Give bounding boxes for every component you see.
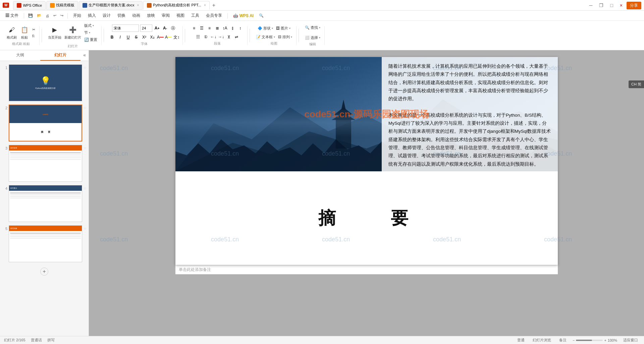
- maximize-button[interactable]: □: [607, 3, 615, 8]
- notes-view-button[interactable]: 备注: [557, 337, 569, 343]
- slide-thumb-3[interactable]: 3 研究背景 ☆: [1, 144, 87, 182]
- section-button[interactable]: 节 ▾: [83, 30, 99, 36]
- strikethrough-button[interactable]: S: [133, 34, 140, 41]
- slides-tab[interactable]: 幻灯片: [40, 50, 80, 61]
- quick-print[interactable]: 🖨: [44, 13, 51, 18]
- menu-wps-ai[interactable]: 🤖 WPS AI: [230, 12, 256, 19]
- picture-button[interactable]: 🖼 图片 ▾: [275, 25, 292, 32]
- font-color-button[interactable]: A: [157, 34, 164, 41]
- italic-button[interactable]: I: [117, 34, 123, 41]
- columns-button[interactable]: ⫿: [229, 25, 236, 32]
- bold-button[interactable]: B: [109, 34, 115, 41]
- copy-button[interactable]: ⎘: [31, 33, 37, 39]
- close-button[interactable]: ×: [617, 3, 625, 8]
- search-btn[interactable]: 🔍: [258, 13, 265, 18]
- quick-undo[interactable]: ↩: [52, 13, 58, 18]
- quick-redo[interactable]: ↪: [59, 13, 65, 18]
- find-button[interactable]: 🔍 查找 ▾: [304, 24, 322, 31]
- slide-star-4[interactable]: ☆: [84, 185, 87, 190]
- menu-slideshow[interactable]: 放映: [144, 12, 158, 19]
- cut-button[interactable]: ✂: [31, 27, 37, 33]
- slide-thumb-img-2[interactable]: code51 摘 要: [9, 105, 82, 141]
- reset-button[interactable]: 🔄 重置: [83, 37, 99, 43]
- notes-bar[interactable]: 单击此处添加备注: [175, 265, 558, 274]
- slide-thumb-img-3[interactable]: 研究背景: [9, 145, 82, 182]
- spell-check[interactable]: 拼写: [47, 338, 55, 343]
- text-direction-button[interactable]: ↕A: [222, 25, 228, 32]
- panel-collapse-button[interactable]: «: [80, 50, 89, 61]
- menu-insert[interactable]: 插入: [85, 12, 99, 19]
- text-align-v-button[interactable]: ⊻: [225, 34, 232, 40]
- menu-review[interactable]: 审阅: [159, 12, 172, 19]
- slide-thumb-4[interactable]: 4 研究重文 ☆: [1, 184, 87, 223]
- slide-thumb-img-5[interactable]: 研究对象: [9, 225, 82, 262]
- zoom-in-button[interactable]: +: [604, 338, 606, 342]
- zoom-out-button[interactable]: −: [573, 338, 575, 342]
- menu-view[interactable]: 视图: [174, 12, 187, 19]
- number-list-button[interactable]: ①: [202, 34, 209, 40]
- slide-thumb-5[interactable]: 5 研究对象 ☆: [1, 225, 87, 263]
- arrange-button[interactable]: ⚄ 排列 ▾: [277, 34, 293, 40]
- underline-button[interactable]: U: [125, 34, 131, 41]
- align-right-button[interactable]: ≡: [206, 25, 213, 32]
- minimize-button[interactable]: ─: [586, 3, 595, 8]
- input-method-button[interactable]: CH 简: [629, 80, 644, 88]
- quick-save[interactable]: 💾: [27, 13, 34, 18]
- font-family-input[interactable]: [112, 24, 139, 32]
- menu-transition[interactable]: 切换: [115, 12, 128, 19]
- align-center-button[interactable]: ☰: [199, 25, 205, 32]
- add-tab-button[interactable]: +: [210, 2, 217, 8]
- quick-open[interactable]: 📂: [36, 13, 43, 18]
- tab-docx[interactable]: 生产印模图片替换方案.docx ×: [79, 1, 143, 10]
- line-spacing-button[interactable]: ↕: [237, 25, 244, 32]
- shapes-button[interactable]: 🔷 形状 ▾: [256, 25, 274, 32]
- indent-decrease-button[interactable]: ←↓: [210, 34, 217, 40]
- font-size-input[interactable]: [140, 24, 152, 32]
- layout-button[interactable]: 版式 ▾: [83, 22, 99, 29]
- paste-button[interactable]: 📋 粘贴: [18, 24, 31, 41]
- tab-ppt[interactable]: Python的高校成绩分析 PPT... ×: [143, 1, 210, 10]
- zoom-slider[interactable]: [576, 340, 603, 341]
- menu-start[interactable]: 开始: [70, 12, 84, 19]
- align-left-button[interactable]: ≡: [191, 25, 198, 32]
- slide-star-2[interactable]: ☆: [84, 105, 87, 110]
- slide-thumb-2[interactable]: 2 code51 摘 要 ☆: [1, 104, 87, 142]
- menu-animation[interactable]: 动画: [129, 12, 143, 19]
- play-current-button[interactable]: ▶ 当页开始: [47, 24, 63, 41]
- tab-find-template[interactable]: 找稿壳模板: [46, 1, 78, 10]
- indent-increase-button[interactable]: →↓: [218, 34, 224, 40]
- normal-view-button[interactable]: 普通: [515, 337, 527, 343]
- highlight-button[interactable]: A: [165, 34, 172, 41]
- justify-button[interactable]: ≣: [214, 25, 221, 32]
- new-slide-button[interactable]: ➕ 新建幻灯片: [63, 24, 83, 41]
- slide-thumb-img-4[interactable]: 研究重文: [9, 185, 82, 222]
- textbox-button[interactable]: 📝 文本框 ▾: [255, 34, 276, 40]
- add-slide-button[interactable]: +: [40, 268, 48, 276]
- slide-star-3[interactable]: ☆: [84, 145, 87, 150]
- slide-canvas[interactable]: code51.cn-源码乐园盗图现场 随着计算机技术发展，计算机系统的应用已延伸…: [175, 57, 558, 265]
- share-button[interactable]: 分享: [627, 2, 641, 9]
- font-decrease-button[interactable]: A-: [162, 25, 168, 32]
- tab-ppt-close[interactable]: ×: [204, 3, 206, 7]
- superscript-button[interactable]: X²: [141, 34, 148, 41]
- slide-thumb-1[interactable]: 1 💡 Python的高校成绩分析 ☆: [1, 64, 87, 102]
- font-increase-button[interactable]: A+: [154, 25, 160, 32]
- format-brush-button[interactable]: 🖌 格式刷: [5, 24, 18, 41]
- restore-button[interactable]: ❐: [596, 3, 606, 8]
- char-spacing-button[interactable]: 文↕: [173, 34, 180, 41]
- subscript-button[interactable]: X₂: [149, 34, 156, 41]
- menu-design[interactable]: 设计: [100, 12, 113, 19]
- bullet-button[interactable]: ☷: [195, 34, 201, 40]
- slide-star-5[interactable]: ☆: [84, 225, 87, 230]
- wps-logo-icon[interactable]: W: [3, 3, 9, 8]
- fit-window-button[interactable]: 适应窗口: [621, 337, 640, 343]
- tab-wps-office[interactable]: WPS Office: [13, 1, 46, 10]
- select-button[interactable]: ⬜ 选择 ▾: [304, 35, 322, 41]
- slide-sorter-button[interactable]: 幻灯片浏览: [531, 337, 553, 343]
- convert-button[interactable]: ⇌: [233, 34, 240, 40]
- clear-format-button[interactable]: Ⓐ: [170, 25, 176, 32]
- slide-thumb-img-1[interactable]: 💡 Python的高校成绩分析: [9, 64, 82, 101]
- slide-star-1[interactable]: ☆: [84, 64, 87, 69]
- menu-member[interactable]: 会员专享: [203, 12, 225, 19]
- outline-tab[interactable]: 大纲: [0, 50, 40, 61]
